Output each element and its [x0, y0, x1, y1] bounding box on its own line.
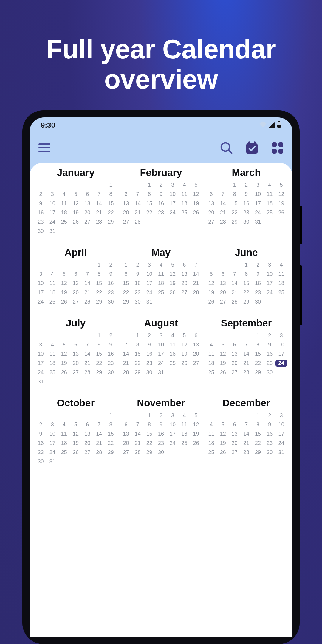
day-cell[interactable]: 11: [155, 270, 167, 278]
day-cell[interactable]: 30: [240, 218, 252, 226]
day-cell[interactable]: 6: [82, 421, 93, 428]
day-cell[interactable]: 21: [229, 289, 240, 296]
day-cell[interactable]: 16: [35, 439, 47, 447]
day-cell[interactable]: 16: [264, 350, 275, 358]
day-cell[interactable]: 24: [35, 298, 47, 306]
day-cell[interactable]: 28: [240, 369, 252, 376]
day-cell[interactable]: 5: [179, 332, 190, 339]
day-cell[interactable]: 20: [70, 360, 81, 367]
day-cell[interactable]: 27: [217, 298, 229, 306]
day-cell[interactable]: 8: [132, 341, 143, 349]
day-cell[interactable]: 1: [105, 412, 117, 419]
day-cell[interactable]: 11: [205, 430, 217, 438]
day-cell[interactable]: 6: [70, 341, 81, 349]
day-cell[interactable]: 25: [47, 298, 58, 306]
day-cell[interactable]: 13: [70, 280, 81, 287]
day-cell[interactable]: 14: [240, 350, 252, 358]
day-cell[interactable]: 11: [264, 191, 275, 198]
day-cell[interactable]: 20: [229, 360, 240, 367]
day-cell[interactable]: 4: [47, 270, 58, 278]
day-cell[interactable]: 1: [93, 332, 105, 339]
day-cell[interactable]: 20: [70, 289, 81, 296]
day-cell[interactable]: 11: [275, 270, 287, 278]
day-cell[interactable]: 14: [93, 430, 105, 438]
day-cell[interactable]: 21: [93, 439, 105, 447]
day-cell[interactable]: 24: [47, 218, 58, 226]
day-cell[interactable]: 27: [82, 449, 93, 456]
day-cell[interactable]: 27: [70, 298, 81, 306]
day-cell[interactable]: 8: [105, 421, 117, 428]
day-cell[interactable]: 22: [143, 439, 155, 447]
day-cell[interactable]: 18: [47, 289, 58, 296]
day-cell[interactable]: 14: [240, 430, 252, 438]
day-cell[interactable]: 20: [82, 439, 93, 447]
day-cell[interactable]: 31: [252, 218, 264, 226]
day-cell[interactable]: 19: [58, 289, 70, 296]
day-cell[interactable]: 16: [264, 430, 275, 438]
day-cell[interactable]: 7: [240, 421, 252, 428]
day-cell[interactable]: 15: [252, 430, 264, 438]
day-cell[interactable]: 15: [143, 200, 155, 207]
day-cell[interactable]: 29: [93, 298, 105, 306]
day-cell[interactable]: 17: [275, 430, 287, 438]
day-cell[interactable]: 17: [47, 439, 58, 447]
day-cell[interactable]: 6: [229, 421, 240, 428]
day-cell[interactable]: 21: [240, 439, 252, 447]
day-cell[interactable]: 28: [132, 449, 143, 456]
day-cell[interactable]: 3: [35, 270, 47, 278]
day-cell[interactable]: 19: [217, 439, 229, 447]
day-cell[interactable]: 28: [132, 218, 143, 226]
day-cell[interactable]: 20: [120, 439, 132, 447]
day-cell[interactable]: 4: [205, 341, 217, 349]
day-cell[interactable]: 13: [179, 270, 190, 278]
day-cell[interactable]: 11: [179, 191, 190, 198]
day-cell[interactable]: 25: [58, 218, 70, 226]
day-cell[interactable]: 12: [167, 270, 179, 278]
day-cell[interactable]: 16: [155, 430, 167, 438]
day-cell[interactable]: 20: [190, 350, 202, 358]
day-cell[interactable]: 13: [120, 200, 132, 207]
day-cell[interactable]: 26: [275, 209, 287, 216]
day-cell[interactable]: 16: [240, 200, 252, 207]
day-cell[interactable]: 22: [93, 289, 105, 296]
day-cell[interactable]: 13: [229, 350, 240, 358]
day-cell[interactable]: 13: [70, 350, 81, 358]
day-cell[interactable]: 23: [105, 360, 117, 367]
day-cell[interactable]: 10: [143, 270, 155, 278]
day-cell[interactable]: 4: [167, 332, 179, 339]
day-cell[interactable]: 10: [275, 341, 287, 349]
day-cell[interactable]: 31: [47, 458, 58, 465]
day-cell[interactable]: 9: [264, 341, 275, 349]
day-cell[interactable]: 17: [47, 209, 58, 216]
day-cell[interactable]: 20: [205, 209, 217, 216]
day-cell[interactable]: 8: [93, 341, 105, 349]
day-cell[interactable]: 21: [132, 209, 143, 216]
day-cell[interactable]: 19: [167, 280, 179, 287]
day-cell[interactable]: 17: [252, 200, 264, 207]
day-cell[interactable]: 4: [47, 341, 58, 349]
day-cell[interactable]: 22: [252, 439, 264, 447]
day-cell[interactable]: 5: [70, 421, 81, 428]
day-cell[interactable]: 24: [275, 439, 287, 447]
day-cell[interactable]: 10: [35, 280, 47, 287]
day-cell[interactable]: 5: [70, 191, 81, 198]
day-cell[interactable]: 28: [217, 218, 229, 226]
day-cell[interactable]: 21: [217, 209, 229, 216]
day-cell[interactable]: 17: [167, 430, 179, 438]
day-cell[interactable]: 11: [47, 280, 58, 287]
day-cell[interactable]: 9: [264, 421, 275, 428]
day-cell[interactable]: 21: [82, 289, 93, 296]
day-cell[interactable]: 19: [179, 350, 190, 358]
month-block[interactable]: March..123456789101112131415161718192021…: [205, 167, 287, 235]
day-cell[interactable]: 15: [93, 280, 105, 287]
day-cell[interactable]: 13: [190, 341, 202, 349]
day-cell[interactable]: 4: [179, 181, 190, 189]
day-cell[interactable]: 14: [82, 350, 93, 358]
day-cell[interactable]: 4: [275, 261, 287, 269]
day-cell[interactable]: 1: [93, 261, 105, 269]
day-cell[interactable]: 14: [132, 430, 143, 438]
day-cell[interactable]: 20: [120, 209, 132, 216]
day-cell[interactable]: 19: [275, 200, 287, 207]
day-cell[interactable]: 28: [82, 369, 93, 376]
month-block[interactable]: January......123456789101112131415161718…: [35, 167, 117, 235]
